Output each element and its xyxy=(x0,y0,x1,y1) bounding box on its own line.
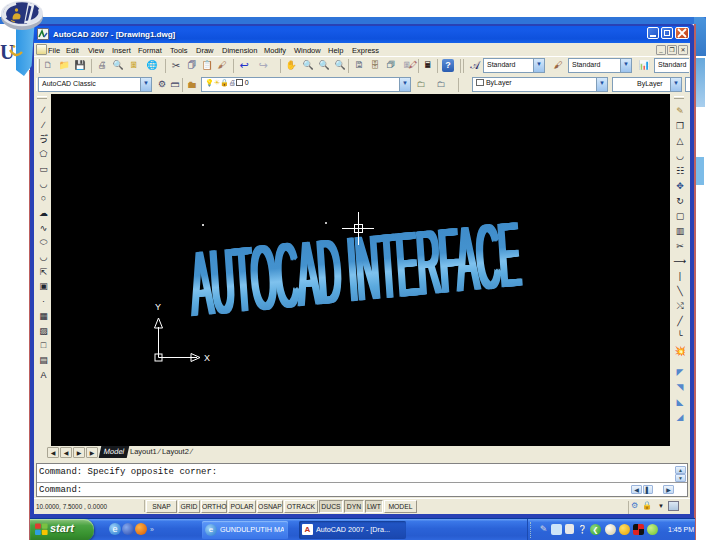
svg-text:Y: Y xyxy=(155,302,161,312)
svg-text:AUTOCAD INTERFACE: AUTOCAD INTERFACE xyxy=(189,203,524,336)
svg-text:X: X xyxy=(204,353,210,363)
